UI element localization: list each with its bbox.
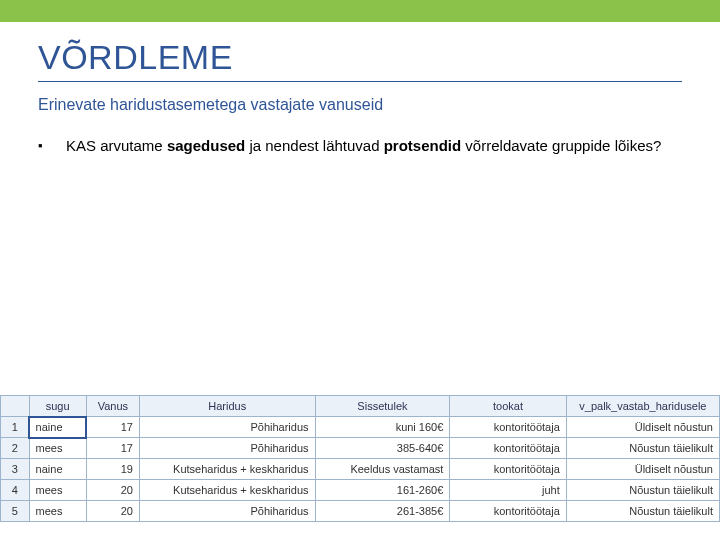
cell-vanus: 19 [86, 459, 139, 480]
cell-haridus: Kutseharidus + keskharidus [139, 480, 315, 501]
cell-tookat: kontoritöötaja [450, 438, 566, 459]
cell-vanus: 20 [86, 501, 139, 522]
cell-sugu[interactable]: naine [29, 417, 86, 438]
cell-sissetulek: kuni 160€ [315, 417, 450, 438]
cell-haridus: Kutseharidus + keskharidus [139, 459, 315, 480]
slide-content: VÕRDLEME Erinevate haridustasemetega vas… [0, 22, 720, 156]
col-haridus: Haridus [139, 396, 315, 417]
row-number: 4 [1, 480, 30, 501]
title-underline [38, 81, 682, 82]
bullet-item: ▪ KAS arvutame sagedused ja nendest läht… [38, 136, 682, 156]
bullet-text: KAS arvutame sagedused ja nendest lähtuv… [66, 136, 661, 156]
bullet-mid: ja nendest lähtuvad [245, 137, 383, 154]
table-row: 3 naine 19 Kutseharidus + keskharidus Ke… [1, 459, 720, 480]
cell-sugu: mees [29, 438, 86, 459]
cell-vpalk: Nõustun täielikult [566, 501, 719, 522]
page-title: VÕRDLEME [38, 38, 682, 77]
cell-sugu: mees [29, 480, 86, 501]
bullet-prefix: KAS arvutame [66, 137, 167, 154]
bullet-suffix: võrreldavate gruppide lõikes? [461, 137, 661, 154]
cell-tookat: juht [450, 480, 566, 501]
cell-sissetulek: 385-640€ [315, 438, 450, 459]
table-corner [1, 396, 30, 417]
cell-tookat: kontoritöötaja [450, 459, 566, 480]
cell-haridus: Põhiharidus [139, 417, 315, 438]
row-number: 5 [1, 501, 30, 522]
cell-vanus: 17 [86, 438, 139, 459]
cell-vpalk: Üldiselt nõustun [566, 459, 719, 480]
col-vanus: Vanus [86, 396, 139, 417]
col-sugu: sugu [29, 396, 86, 417]
bullet-square-icon: ▪ [38, 136, 66, 156]
cell-haridus: Põhiharidus [139, 501, 315, 522]
table-row: 1 naine 17 Põhiharidus kuni 160€ kontori… [1, 417, 720, 438]
col-sissetulek: Sissetulek [315, 396, 450, 417]
col-tookat: tookat [450, 396, 566, 417]
cell-vpalk: Nõustun täielikult [566, 438, 719, 459]
table-row: 4 mees 20 Kutseharidus + keskharidus 161… [1, 480, 720, 501]
cell-sissetulek: 261-385€ [315, 501, 450, 522]
cell-haridus: Põhiharidus [139, 438, 315, 459]
table-header-row: sugu Vanus Haridus Sissetulek tookat v_p… [1, 396, 720, 417]
table-row: 5 mees 20 Põhiharidus 261-385€ kontoritö… [1, 501, 720, 522]
cell-vpalk: Üldiselt nõustun [566, 417, 719, 438]
row-number: 2 [1, 438, 30, 459]
data-table-wrap: sugu Vanus Haridus Sissetulek tookat v_p… [0, 395, 720, 522]
data-table: sugu Vanus Haridus Sissetulek tookat v_p… [0, 395, 720, 522]
top-accent-bar [0, 0, 720, 22]
cell-vanus: 20 [86, 480, 139, 501]
table-row: 2 mees 17 Põhiharidus 385-640€ kontoritö… [1, 438, 720, 459]
subtitle: Erinevate haridustasemetega vastajate va… [38, 96, 682, 114]
bullet-bold-2: protsendid [384, 137, 462, 154]
cell-sissetulek: Keeldus vastamast [315, 459, 450, 480]
row-number: 1 [1, 417, 30, 438]
cell-tookat: kontoritöötaja [450, 417, 566, 438]
cell-sissetulek: 161-260€ [315, 480, 450, 501]
col-vpalk: v_palk_vastab_haridusele [566, 396, 719, 417]
row-number: 3 [1, 459, 30, 480]
cell-vpalk: Nõustun täielikult [566, 480, 719, 501]
cell-tookat: kontoritöötaja [450, 501, 566, 522]
cell-sugu: naine [29, 459, 86, 480]
cell-sugu: mees [29, 501, 86, 522]
bullet-bold-1: sagedused [167, 137, 245, 154]
cell-vanus: 17 [86, 417, 139, 438]
